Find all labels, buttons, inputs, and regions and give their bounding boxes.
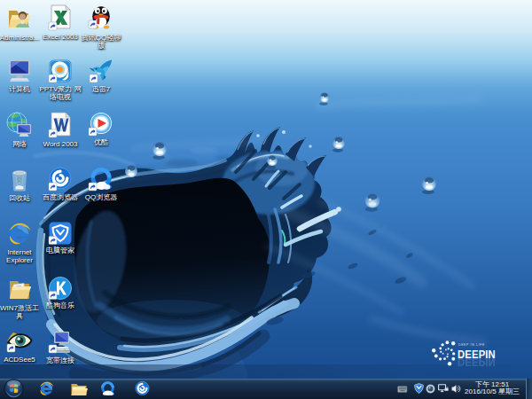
svg-text:DEEP IN LIFE: DEEP IN LIFE [458, 343, 485, 347]
svg-text:DEEPIN: DEEPIN [458, 356, 496, 369]
